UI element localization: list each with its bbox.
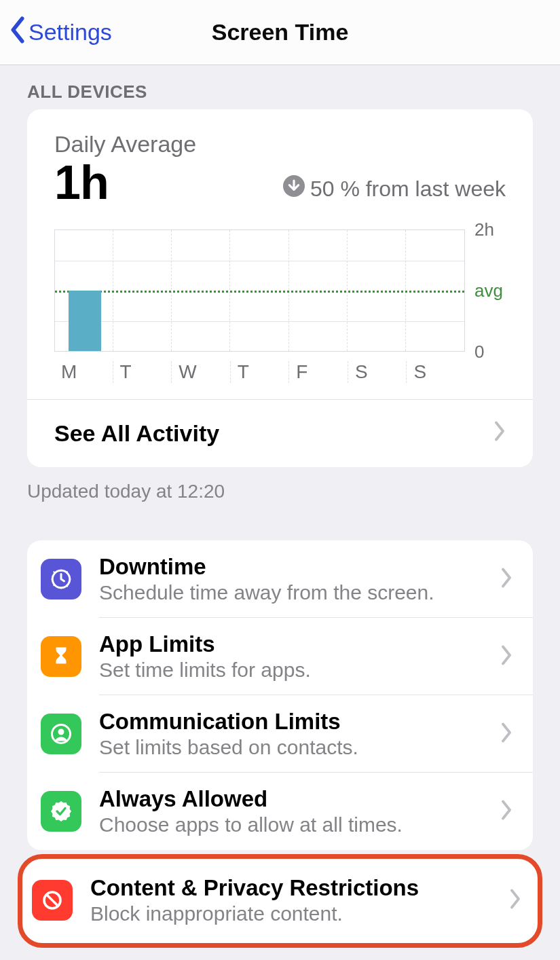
chart-plot-area bbox=[54, 229, 465, 352]
x-tick-mon: M bbox=[54, 361, 113, 383]
daily-average-value: 1h bbox=[54, 159, 109, 206]
chevron-left-icon bbox=[10, 16, 26, 49]
chart-bar-monday bbox=[69, 291, 101, 351]
see-all-activity-label: See All Activity bbox=[54, 420, 219, 447]
row-subtitle: Choose apps to allow at all times. bbox=[99, 813, 483, 836]
chevron-right-icon bbox=[500, 800, 512, 823]
chevron-right-icon bbox=[500, 645, 512, 668]
row-title: Downtime bbox=[99, 554, 483, 580]
delta-text: 50 % from last week bbox=[310, 177, 506, 202]
see-all-activity-row[interactable]: See All Activity bbox=[27, 399, 533, 467]
x-tick-sat: S bbox=[348, 361, 407, 383]
chevron-right-icon bbox=[493, 420, 506, 447]
person-icon bbox=[41, 714, 81, 754]
row-title: Always Allowed bbox=[99, 786, 483, 812]
usage-chart: 2h avg 0 bbox=[54, 229, 506, 352]
row-title: App Limits bbox=[99, 631, 483, 657]
row-downtime[interactable]: Downtime Schedule time away from the scr… bbox=[27, 540, 533, 618]
x-tick-thu: T bbox=[230, 361, 289, 383]
row-title: Communication Limits bbox=[99, 709, 483, 735]
chevron-right-icon bbox=[500, 568, 512, 591]
row-title: Content & Privacy Restrictions bbox=[90, 875, 491, 901]
row-subtitle: Block inappropriate content. bbox=[90, 902, 491, 925]
y-tick-bottom: 0 bbox=[474, 341, 484, 363]
row-always-allowed[interactable]: Always Allowed Choose apps to allow at a… bbox=[27, 773, 533, 850]
arrow-down-circle-icon bbox=[283, 175, 305, 202]
row-content-privacy[interactable]: Content & Privacy Restrictions Block ina… bbox=[22, 859, 538, 943]
avg-line bbox=[55, 291, 464, 293]
row-subtitle: Set limits based on contacts. bbox=[99, 736, 483, 759]
y-tick-top: 2h bbox=[474, 219, 494, 240]
nav-bar: Settings Screen Time bbox=[0, 0, 560, 65]
clock-icon bbox=[41, 559, 81, 599]
section-header-all-devices: ALL DEVICES bbox=[0, 65, 560, 107]
options-list: Downtime Schedule time away from the scr… bbox=[27, 540, 533, 850]
row-subtitle: Schedule time away from the screen. bbox=[99, 581, 483, 604]
row-communication-limits[interactable]: Communication Limits Set limits based on… bbox=[27, 695, 533, 773]
checkmark-seal-icon bbox=[41, 791, 81, 832]
x-tick-fri: F bbox=[288, 361, 348, 383]
delta-from-last-week: 50 % from last week bbox=[283, 175, 506, 206]
hourglass-icon bbox=[41, 636, 81, 677]
updated-timestamp: Updated today at 12:20 bbox=[0, 467, 560, 502]
y-tick-avg: avg bbox=[474, 280, 503, 301]
back-button[interactable]: Settings bbox=[10, 16, 112, 49]
back-label: Settings bbox=[29, 19, 112, 45]
highlighted-option: Content & Privacy Restrictions Block ina… bbox=[18, 854, 542, 948]
x-tick-wed: W bbox=[171, 361, 230, 383]
x-tick-sun: S bbox=[406, 361, 465, 383]
nosign-icon bbox=[32, 880, 73, 921]
svg-point-3 bbox=[58, 729, 64, 735]
chevron-right-icon bbox=[500, 722, 512, 745]
x-tick-tue: T bbox=[113, 361, 172, 383]
daily-average-label: Daily Average bbox=[54, 131, 506, 158]
row-subtitle: Set time limits for apps. bbox=[99, 659, 483, 682]
chevron-right-icon bbox=[509, 889, 521, 912]
daily-average-card: Daily Average 1h 50 % from last week bbox=[27, 109, 533, 467]
row-app-limits[interactable]: App Limits Set time limits for apps. bbox=[27, 618, 533, 695]
